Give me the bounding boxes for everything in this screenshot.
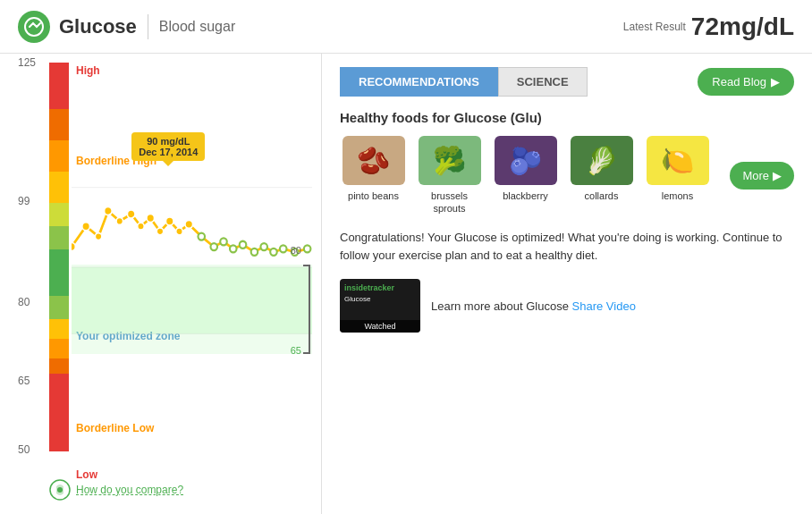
video-row: insidetracker Glucose Watched Learn more… [340,279,794,333]
arrow-right-icon: ▶ [771,75,780,88]
food-item-blackberry: 🫐 blackberry [492,136,559,202]
food-item-pinto-beans: 🫘 pinto beans [340,136,407,202]
svg-point-14 [165,217,173,225]
bracket-top-label: 80 [291,244,301,255]
tabs-row: RECOMMENDATIONS SCIENCE Read Blog ▶ [340,67,794,97]
svg-point-7 [95,233,102,240]
latest-value: 72mg/dL [691,13,794,41]
congrats-text: Congratulations! Your Glucose is optimiz… [340,229,794,266]
section-title: Healthy foods for Glucose (Glu) [340,110,794,125]
right-panel: RECOMMENDATIONS SCIENCE Read Blog ▶ Heal… [322,54,812,514]
y-label-65: 65 [18,375,30,387]
foods-row: 🫘 pinto beans 🥦 brussels sprouts 🫐 black… [340,136,794,215]
food-img-brussels: 🥦 [419,136,481,185]
svg-point-8 [105,206,113,215]
bracket-bottom-label: 65 [291,345,301,356]
y-label-50: 50 [18,443,30,456]
latest-label: Latest Result [623,21,686,33]
svg-point-6 [82,223,90,231]
food-name-pinto-beans: pinto beans [348,190,399,202]
video-thumbnail[interactable]: insidetracker Glucose Watched [340,279,420,333]
watched-badge: Watched [340,320,420,333]
tooltip-value: 90 mg/dL [139,136,198,147]
svg-point-17 [198,233,205,240]
food-img-pinto-beans: 🫘 [343,136,405,185]
zone-bracket [303,265,310,354]
svg-point-0 [25,18,43,36]
header-subtitle: Blood sugar [159,19,235,35]
page-title: Glucose [59,15,137,38]
line-chart [72,63,312,451]
header: Glucose Blood sugar Latest Result 72mg/d… [0,0,812,54]
svg-point-20 [230,245,237,252]
food-img-blackberry: 🫐 [495,136,557,185]
food-name-brussels: brussels sprouts [416,190,483,215]
svg-point-23 [260,243,267,250]
gauge-bar [49,63,69,451]
video-logo: insidetracker [344,283,394,292]
food-name-lemons: lemons [662,190,693,202]
video-thumb-title: Glucose [344,295,370,303]
food-name-collards: collards [585,190,619,202]
read-blog-button[interactable]: Read Blog ▶ [698,68,794,96]
food-img-collards: 🥬 [571,136,633,185]
compare-link-text: How do you compare? [76,484,183,496]
y-label-99: 99 [18,195,30,207]
y-label-125: 125 [18,56,36,69]
compare-link[interactable]: How do you compare? [49,479,183,501]
svg-point-12 [147,214,155,222]
more-arrow-icon: ▶ [773,169,782,182]
video-desc-text: Learn more about Glucose [431,299,569,313]
food-name-blackberry: blackberry [503,190,548,202]
svg-point-18 [210,243,217,250]
header-divider [148,14,148,39]
svg-point-16 [185,220,193,228]
svg-point-11 [138,223,145,230]
svg-point-5 [72,242,75,250]
svg-point-21 [240,241,247,249]
compare-icon [49,479,71,501]
chart-tooltip: 90 mg/dL Dec 17, 2014 [131,132,205,161]
svg-point-27 [304,245,311,252]
more-button[interactable]: More ▶ [730,162,794,190]
y-label-80: 80 [18,296,30,308]
svg-point-25 [280,245,287,252]
chart-panel: 125 99 80 65 50 High Borderline High You… [0,54,322,514]
app-logo [18,11,50,43]
chart-area: 90 mg/dL Dec 17, 2014 80 65 [72,63,312,451]
svg-point-29 [57,487,63,493]
tooltip-date: Dec 17, 2014 [139,147,198,157]
tab-recommendations[interactable]: RECOMMENDATIONS [340,67,498,97]
food-item-collards: 🥬 collards [568,136,635,202]
tab-science[interactable]: SCIENCE [498,67,588,97]
svg-point-15 [176,228,183,235]
svg-point-10 [127,210,135,218]
svg-point-9 [116,217,123,224]
svg-point-22 [251,249,258,256]
svg-point-13 [156,228,164,235]
video-description: Learn more about Glucose Share Video [431,299,636,313]
food-item-lemons: 🍋 lemons [644,136,711,202]
main-content: 125 99 80 65 50 High Borderline High You… [0,54,812,514]
header-right: Latest Result 72mg/dL [623,13,794,41]
svg-point-24 [270,249,277,256]
svg-point-19 [220,238,227,245]
more-label: More [742,169,769,182]
food-item-brussels: 🥦 brussels sprouts [416,136,483,215]
food-img-lemons: 🍋 [647,136,709,185]
share-video-link[interactable]: Share Video [572,299,636,313]
